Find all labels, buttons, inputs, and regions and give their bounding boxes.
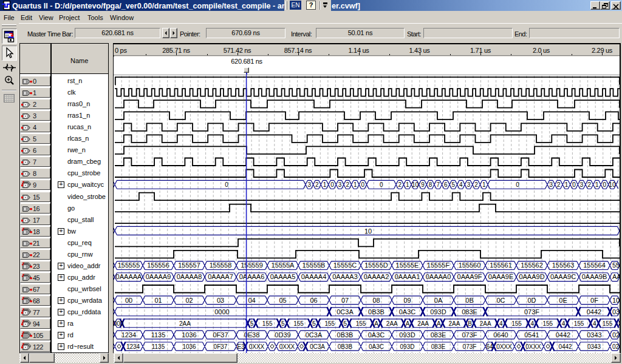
svg-text:0D: 0D xyxy=(527,297,536,304)
svg-text:5: 5 xyxy=(312,320,316,327)
svg-text:E: E xyxy=(619,320,620,327)
svg-text:5: 5 xyxy=(452,181,456,188)
svg-text:4: 4 xyxy=(499,320,503,327)
svg-text:0C: 0C xyxy=(496,297,505,304)
svg-text:0B: 0B xyxy=(465,297,473,304)
svg-text:0541: 0541 xyxy=(524,331,539,339)
svg-text:0XXX: 0XXX xyxy=(496,343,512,350)
svg-text:155562: 155562 xyxy=(521,261,543,269)
svg-text:4: 4 xyxy=(530,320,534,327)
svg-text:0442: 0442 xyxy=(556,331,570,339)
svg-text:0XXX: 0XXX xyxy=(279,343,295,350)
svg-text:15555D: 15555D xyxy=(364,261,388,269)
svg-text:2AA: 2AA xyxy=(386,320,398,327)
svg-text:0AAA9C: 0AAA9C xyxy=(550,273,576,280)
svg-text:0640: 0640 xyxy=(493,331,508,339)
svg-text:0AAAA2: 0AAAA2 xyxy=(364,273,389,280)
svg-text:15555C: 15555C xyxy=(333,261,357,269)
svg-text:0343: 0343 xyxy=(587,331,601,339)
svg-text:0C3A: 0C3A xyxy=(337,308,354,315)
svg-text:0AAAA4: 0AAAA4 xyxy=(301,273,327,280)
svg-text:00: 00 xyxy=(125,297,132,304)
svg-text:155: 155 xyxy=(603,320,613,327)
svg-text:0E: 0E xyxy=(559,297,567,304)
svg-text:0XXX: 0XXX xyxy=(525,343,541,350)
svg-text:10: 10 xyxy=(364,228,372,235)
svg-text:2AA: 2AA xyxy=(179,320,191,327)
svg-text:0AAAA3: 0AAAA3 xyxy=(332,273,358,280)
svg-text:10: 10 xyxy=(609,181,616,188)
svg-text:01: 01 xyxy=(154,297,162,304)
svg-text:155: 155 xyxy=(574,320,584,327)
svg-text:1135: 1135 xyxy=(152,343,165,350)
svg-text:0000: 0000 xyxy=(214,308,229,315)
svg-text:15555B: 15555B xyxy=(302,261,326,269)
svg-text:093D: 093D xyxy=(400,343,415,350)
svg-text:1036: 1036 xyxy=(182,343,196,350)
svg-text:0343: 0343 xyxy=(587,343,601,350)
svg-text:0: 0 xyxy=(361,181,365,188)
svg-text:08: 08 xyxy=(372,297,380,304)
svg-text:0D39: 0D39 xyxy=(275,331,290,339)
svg-text:0C3A: 0C3A xyxy=(306,331,323,339)
svg-text:083E: 083E xyxy=(462,308,477,315)
svg-text:A: A xyxy=(374,320,378,327)
svg-text:0A: 0A xyxy=(434,297,443,304)
svg-text:3: 3 xyxy=(580,181,584,188)
svg-text:0AAAA7: 0AAAA7 xyxy=(208,273,233,280)
svg-text:1234: 1234 xyxy=(121,331,136,339)
svg-text:0: 0 xyxy=(603,181,607,188)
svg-text:0AAAA6: 0AAAA6 xyxy=(239,273,265,280)
svg-text:155: 155 xyxy=(511,320,522,327)
svg-text:0F37: 0F37 xyxy=(213,331,228,339)
svg-text:15555F: 15555F xyxy=(427,261,450,269)
svg-text:2AA: 2AA xyxy=(480,320,491,327)
svg-text:1: 1 xyxy=(323,181,327,188)
svg-text:AAA9: AAA9 xyxy=(612,273,620,280)
svg-text:0: 0 xyxy=(225,181,228,188)
svg-text:8: 8 xyxy=(429,181,432,188)
svg-text:2: 2 xyxy=(474,181,478,188)
svg-text:073F: 073F xyxy=(524,308,539,315)
svg-text:1135: 1135 xyxy=(151,331,166,339)
svg-text:083E: 083E xyxy=(431,343,446,350)
svg-text:073F: 073F xyxy=(463,343,477,350)
svg-text:10: 10 xyxy=(412,181,419,188)
svg-text:093D: 093D xyxy=(430,308,446,315)
svg-text:0AAA9E: 0AAA9E xyxy=(488,273,514,280)
svg-text:7: 7 xyxy=(436,181,440,188)
svg-text:0B3B: 0B3B xyxy=(338,343,353,350)
svg-text:155561: 155561 xyxy=(490,261,512,269)
svg-text:0244: 0244 xyxy=(612,343,620,350)
svg-text:5556: 5556 xyxy=(612,261,620,269)
svg-text:155559: 155559 xyxy=(241,261,263,269)
svg-text:4: 4 xyxy=(459,181,463,188)
svg-text:155563: 155563 xyxy=(552,261,575,269)
svg-text:3: 3 xyxy=(308,181,312,188)
svg-text:07: 07 xyxy=(341,297,349,304)
svg-text:155558: 155558 xyxy=(210,261,232,269)
svg-text:0F: 0F xyxy=(590,297,598,304)
svg-text:0F37: 0F37 xyxy=(214,343,228,350)
svg-text:1: 1 xyxy=(595,181,599,188)
svg-text:0442: 0442 xyxy=(558,343,572,350)
svg-text:64: 64 xyxy=(486,343,493,350)
svg-text:0XXX: 0XXX xyxy=(249,343,265,350)
svg-text:6: 6 xyxy=(444,181,448,188)
svg-text:0B3B: 0B3B xyxy=(337,331,354,339)
svg-text:073F: 073F xyxy=(462,331,477,339)
svg-text:0AAAA8: 0AAAA8 xyxy=(177,273,202,280)
svg-text:15555E: 15555E xyxy=(396,261,419,269)
svg-text:1: 1 xyxy=(406,181,409,188)
svg-text:000: 000 xyxy=(114,320,124,327)
svg-text:5: 5 xyxy=(281,320,285,327)
svg-text:2: 2 xyxy=(315,181,319,188)
svg-text:02: 02 xyxy=(185,297,193,304)
svg-text:0AAAA9: 0AAAA9 xyxy=(146,273,171,280)
svg-text:5: 5 xyxy=(344,320,347,327)
svg-text:155: 155 xyxy=(542,320,553,327)
svg-text:03: 03 xyxy=(217,297,224,304)
svg-text:3: 3 xyxy=(338,181,342,188)
svg-text:15555A: 15555A xyxy=(272,261,295,269)
svg-text:9: 9 xyxy=(421,181,425,188)
